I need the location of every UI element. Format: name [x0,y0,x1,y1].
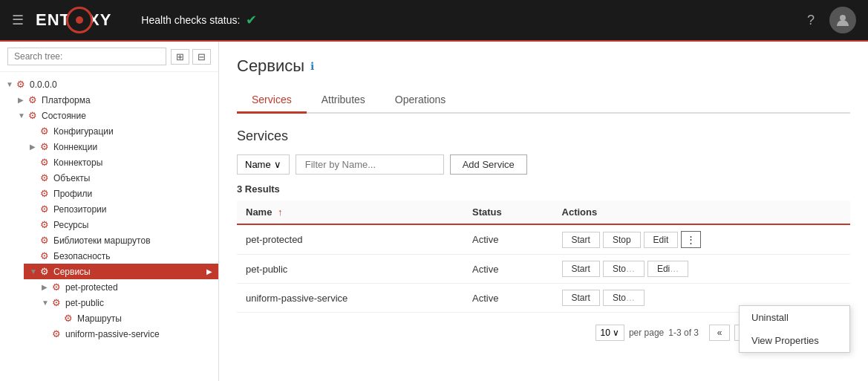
logo-text: ENT [36,10,71,30]
tree-toggle-platform: ▶ [18,96,27,104]
security-label: Безопасность [53,251,111,261]
health-status: Health checks status: ✔ [141,12,257,28]
col-header-name[interactable]: Name ↑ [237,201,463,224]
tree-toggle-root: ▼ [6,80,15,88]
col-header-actions: Actions [553,201,850,224]
services-label: Сервисы [53,267,91,277]
tree-item-platform[interactable]: ▶ ⚙ Платформа [12,92,218,108]
svg-point-0 [840,15,846,21]
results-count: 3 Results [237,183,850,195]
sidebar: ⊞ ⊟ ▼ ⚙ 0.0.0.0 ▶ ⚙ Платформа ▼ [0,42,219,381]
stop-button-1[interactable]: Stop [603,232,641,248]
filter-name-input[interactable] [296,154,444,175]
name-filter-dropdown[interactable]: Name ∨ [237,154,290,175]
page-title-info-icon[interactable]: ℹ [310,60,314,72]
profiles-icon: ⚙ [40,188,49,199]
tab-attributes[interactable]: Attributes [307,88,380,114]
tab-services[interactable]: Services [237,88,307,114]
table-row: pet-public Active Start Sto… Edi… [237,255,850,284]
tree-item-routes-lib[interactable]: ⚙ Библиотеки маршрутов [24,232,218,248]
tree-item-pet-protected[interactable]: ▶ ⚙ pet-protected [36,279,218,295]
tree-item-connectors[interactable]: ⚙ Коннекторы [24,154,218,170]
table-header-row: Name ↑ Status Actions [237,201,850,224]
uniform-icon: ⚙ [52,328,61,339]
actions-cell-3: Start Sto… [562,290,841,306]
tree-item-config[interactable]: ⚙ Конфигурации [24,123,218,139]
header: ☰ ENT XY Health checks status: ✔ ? [0,0,868,42]
tree-item-resources[interactable]: ⚙ Ресурсы [24,217,218,232]
platform-icon: ⚙ [28,94,37,105]
col-header-status: Status [463,201,553,224]
pet-public-label: pet-public [65,298,104,308]
pet-protected-label: pet-protected [65,282,118,293]
tree-item-security[interactable]: ⚙ Безопасность [24,248,218,264]
more-button-1[interactable]: ⋮ [681,231,701,248]
row-name-3: uniform-passive-service [237,284,463,313]
search-bar: ⊞ ⊟ [0,42,218,72]
resources-icon: ⚙ [40,219,49,230]
tree-children-services: ▶ ⚙ pet-protected ▼ ⚙ pet-public [24,279,218,342]
row-name-1: pet-protected [237,224,463,255]
profiles-label: Профили [53,189,92,199]
stop-button-3[interactable]: Sto… [603,290,645,306]
routes-icon: ⚙ [64,313,73,324]
tabs: Services Attributes Operations [237,88,850,114]
page-title: Сервисы ℹ [237,56,850,76]
security-icon: ⚙ [40,250,49,261]
tree-children-pet-public: ⚙ Маршруты [36,310,218,326]
avatar[interactable] [829,7,856,33]
start-button-1[interactable]: Start [562,232,600,248]
tree-item-connections[interactable]: ▶ ⚙ Коннекции [24,139,218,154]
t2: ▶ [30,143,39,151]
state-label: Состояние [42,111,86,121]
row-actions-2: Start Sto… Edi… [553,255,850,284]
section-title: Services [237,128,850,144]
tree-item-profiles[interactable]: ⚙ Профили [24,186,218,201]
page-first-button[interactable]: « [709,325,730,341]
sort-indicator-icon: ↑ [278,206,283,218]
stop-button-2[interactable]: Sto… [603,261,645,277]
t12: ▼ [42,299,50,307]
repos-icon: ⚙ [40,203,49,215]
config-label: Конфигурации [53,126,114,137]
t10: ▼ [30,267,39,276]
connectors-label: Коннекторы [53,157,102,168]
tree-item-uniform[interactable]: ⚙ uniform-passive-service [36,326,218,342]
per-page-select[interactable]: 10 ∨ [595,325,624,341]
state-icon: ⚙ [28,110,37,121]
tree-item-repos[interactable]: ⚙ Репозитории [24,201,218,217]
col-name-label: Name [246,206,272,218]
tree-item-services[interactable]: ▼ ⚙ Сервисы ▶ [24,264,218,279]
tree-item-state[interactable]: ▼ ⚙ Состояние [12,108,218,123]
menu-icon[interactable]: ☰ [12,12,24,28]
pet-protected-icon: ⚙ [52,281,61,293]
collapse-tree-button[interactable]: ⊟ [192,49,211,65]
tree-item-root[interactable]: ▼ ⚙ 0.0.0.0 [0,76,218,92]
help-icon[interactable]: ? [807,13,815,28]
page-title-text: Сервисы [237,56,304,76]
tab-operations[interactable]: Operations [380,88,460,114]
actions-cell-1: Start Stop Edit ⋮ [562,231,841,248]
platform-label: Платформа [42,95,91,105]
edit-button-1[interactable]: Edit [644,232,679,248]
root-icon: ⚙ [16,79,25,90]
per-page-value: 10 [601,328,610,338]
edit-button-2[interactable]: Edi… [647,261,688,277]
context-menu-view-properties[interactable]: View Properties [740,329,849,352]
content-area: Сервисы ℹ Services Attributes Operations… [219,42,868,381]
search-input[interactable] [7,48,166,65]
per-page-chevron-icon: ∨ [613,328,619,338]
add-service-button[interactable]: Add Service [450,154,527,175]
page-range-label: 1-3 of 3 [668,328,699,338]
logo: ENT XY [36,7,111,33]
tree-item-objects[interactable]: ⚙ Объекты [24,170,218,186]
per-page-label: per page [629,328,664,338]
tree-children-root: ▶ ⚙ Платформа ▼ ⚙ Состояние ⚙ Конфигурац… [0,92,218,342]
context-menu-uninstall[interactable]: Uninstall [740,306,849,329]
start-button-2[interactable]: Start [562,261,600,277]
start-button-3[interactable]: Start [562,290,600,306]
main-layout: ⊞ ⊟ ▼ ⚙ 0.0.0.0 ▶ ⚙ Платформа ▼ [0,42,868,381]
expand-tree-button[interactable]: ⊞ [171,49,189,65]
tree-item-pet-public[interactable]: ▼ ⚙ pet-public [36,295,218,310]
tree-item-routes[interactable]: ⚙ Маршруты [48,310,218,326]
